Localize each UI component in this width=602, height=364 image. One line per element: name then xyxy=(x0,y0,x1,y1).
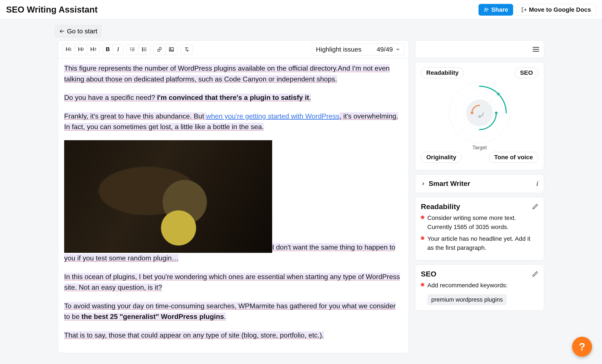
clear-format-icon xyxy=(184,47,189,52)
clear-format-button[interactable] xyxy=(181,44,193,55)
link-icon xyxy=(157,47,162,52)
chevron-right-icon xyxy=(421,181,426,186)
h2-button[interactable]: H2 xyxy=(75,44,87,55)
editor: H1 H2 H3 B I xyxy=(58,40,409,353)
svg-point-16 xyxy=(495,112,497,114)
h3-button[interactable]: H3 xyxy=(87,44,99,55)
heading-group: H1 H2 H3 xyxy=(62,44,99,55)
share-button[interactable]: Share xyxy=(478,4,513,16)
arrow-left-icon xyxy=(59,28,65,34)
pencil-icon[interactable] xyxy=(532,271,538,277)
share-label: Share xyxy=(491,6,508,13)
seo-panel: SEO Add recommended keywords: premium wo… xyxy=(415,264,544,311)
svg-point-2 xyxy=(142,49,143,50)
export-icon xyxy=(521,7,527,12)
badge-seo[interactable]: SEO xyxy=(515,67,538,78)
help-fab[interactable]: ? xyxy=(572,337,592,357)
pencil-icon[interactable] xyxy=(532,204,538,210)
insert-group xyxy=(153,44,177,55)
status-dot-icon xyxy=(421,215,424,219)
unordered-list-button[interactable] xyxy=(139,44,150,55)
person-plus-icon xyxy=(484,7,489,12)
list-group xyxy=(126,44,150,55)
para-3: Frankly, it's great to have this abundan… xyxy=(64,111,403,132)
readability-tip-2: Your article has no headline yet. Add it… xyxy=(421,234,538,252)
para-4: I don't want the same thing to happen to… xyxy=(64,140,403,264)
top-actions: Share Move to Google Docs xyxy=(478,4,596,16)
bold-button[interactable]: B xyxy=(103,44,113,55)
ordered-list-button[interactable] xyxy=(127,44,139,55)
list-ul-icon xyxy=(141,47,147,52)
page-body: Go to start H1 H2 H3 B I xyxy=(0,20,602,357)
move-label: Move to Google Docs xyxy=(529,6,591,13)
svg-point-1 xyxy=(142,47,143,48)
para-2: Do you have a specific need? I'm convinc… xyxy=(64,92,403,103)
topbar: SEO Writing Assistant Share Move to Goog… xyxy=(0,0,602,20)
radar-target-label: Target xyxy=(473,145,487,150)
smart-writer-label: Smart Writer xyxy=(429,180,470,188)
svg-point-12 xyxy=(466,99,493,126)
smart-writer-panel[interactable]: Smart Writer i xyxy=(415,174,544,193)
chevron-down-icon xyxy=(396,47,400,52)
menu-icon[interactable] xyxy=(533,47,539,52)
sidebar: Readability SEO xyxy=(415,40,544,353)
image-icon xyxy=(169,47,174,52)
svg-point-5 xyxy=(170,49,171,49)
para-5: In this ocean of plugins, I bet you're w… xyxy=(64,273,400,291)
info-icon[interactable]: i xyxy=(536,180,538,188)
status-dot-icon xyxy=(421,236,424,240)
keyword-chip[interactable]: premium wordpress plugins xyxy=(427,294,507,305)
svg-point-0 xyxy=(485,8,486,10)
radar-chart xyxy=(447,80,512,145)
para-6: To avoid wasting your day on time-consum… xyxy=(64,301,403,322)
highlight-issues-dropdown[interactable]: Highlight issues 49/49 xyxy=(312,43,404,55)
image-button[interactable] xyxy=(166,44,177,55)
svg-point-14 xyxy=(497,93,500,95)
para-7: That is to say, those that could appear … xyxy=(64,331,324,339)
highlight-count: 49/49 xyxy=(377,46,393,53)
svg-point-15 xyxy=(478,115,481,118)
wp-getting-started-link[interactable]: when you're getting started with WordPre… xyxy=(206,112,340,120)
readability-title: Readability xyxy=(421,202,460,211)
editor-toolbar: H1 H2 H3 B I xyxy=(58,41,409,58)
badge-tone[interactable]: Tone of voice xyxy=(489,152,538,163)
para-1: This figure represents the number of Wor… xyxy=(64,64,390,83)
sidebar-head xyxy=(415,40,544,58)
status-dot-icon xyxy=(421,283,424,286)
seo-title: SEO xyxy=(421,270,436,278)
svg-point-13 xyxy=(471,112,473,114)
link-button[interactable] xyxy=(154,44,166,55)
seo-tip-1: Add recommended keywords: xyxy=(421,281,538,290)
list-ol-icon xyxy=(129,47,135,52)
badge-readability[interactable]: Readability xyxy=(421,67,464,78)
score-panel: Readability SEO xyxy=(415,62,544,170)
columns: H1 H2 H3 B I xyxy=(5,40,597,353)
readability-tip-1: Consider writing some more text. Current… xyxy=(421,214,538,232)
italic-button[interactable]: I xyxy=(113,44,123,55)
go-to-start-label: Go to start xyxy=(67,28,97,35)
editor-content[interactable]: This figure represents the number of Wor… xyxy=(58,58,409,353)
page-title: SEO Writing Assistant xyxy=(6,5,97,14)
badge-originality[interactable]: Originality xyxy=(421,152,462,163)
go-to-start-button[interactable]: Go to start xyxy=(55,25,101,37)
style-group: B I xyxy=(103,44,123,55)
readability-panel: Readability Consider writing some more t… xyxy=(415,197,544,260)
highlight-label: Highlight issues xyxy=(316,46,361,53)
h1-button[interactable]: H1 xyxy=(63,44,75,55)
inline-image[interactable] xyxy=(64,140,272,253)
svg-point-3 xyxy=(142,50,143,51)
move-to-docs-button[interactable]: Move to Google Docs xyxy=(516,4,596,16)
